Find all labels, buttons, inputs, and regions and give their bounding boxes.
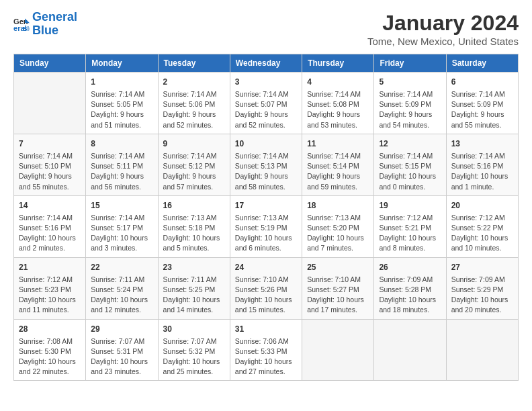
day-info: Sunrise: 7:14 AM Sunset: 5:13 PM Dayligh…: [235, 151, 297, 192]
header-thursday: Thursday: [302, 54, 374, 73]
day-number: 25: [307, 261, 369, 273]
logo-text-line2: Blue: [32, 24, 77, 38]
day-info: Sunrise: 7:11 AM Sunset: 5:25 PM Dayligh…: [163, 275, 225, 316]
calendar-week-row: 21Sunrise: 7:12 AM Sunset: 5:23 PM Dayli…: [14, 257, 519, 319]
calendar-cell: 3Sunrise: 7:14 AM Sunset: 5:07 PM Daylig…: [230, 73, 302, 134]
day-info: Sunrise: 7:14 AM Sunset: 5:10 PM Dayligh…: [19, 151, 81, 192]
day-number: 19: [379, 199, 441, 212]
day-info: Sunrise: 7:14 AM Sunset: 5:06 PM Dayligh…: [163, 89, 225, 130]
day-info: Sunrise: 7:11 AM Sunset: 5:24 PM Dayligh…: [91, 275, 152, 316]
calendar-subtitle: Tome, New Mexico, United States: [367, 36, 519, 47]
day-number: 1: [91, 76, 152, 88]
day-number: 22: [91, 261, 152, 273]
calendar-cell: 27Sunrise: 7:09 AM Sunset: 5:29 PM Dayli…: [446, 257, 518, 319]
header-monday: Monday: [86, 54, 158, 73]
calendar-cell: 18Sunrise: 7:13 AM Sunset: 5:20 PM Dayli…: [302, 195, 374, 257]
calendar-cell: 10Sunrise: 7:14 AM Sunset: 5:13 PM Dayli…: [230, 134, 302, 195]
header-tuesday: Tuesday: [158, 54, 230, 73]
calendar-cell: 14Sunrise: 7:14 AM Sunset: 5:16 PM Dayli…: [14, 195, 86, 257]
day-info: Sunrise: 7:12 AM Sunset: 5:23 PM Dayligh…: [19, 275, 81, 316]
day-number: 17: [235, 199, 297, 212]
calendar-cell: 30Sunrise: 7:07 AM Sunset: 5:32 PM Dayli…: [158, 319, 230, 381]
day-number: 6: [451, 76, 513, 88]
day-number: 11: [307, 138, 369, 150]
day-number: 27: [451, 261, 513, 273]
calendar-cell: 31Sunrise: 7:06 AM Sunset: 5:33 PM Dayli…: [230, 319, 302, 381]
day-number: 28: [19, 323, 81, 335]
day-info: Sunrise: 7:06 AM Sunset: 5:33 PM Dayligh…: [235, 336, 297, 377]
day-info: Sunrise: 7:14 AM Sunset: 5:11 PM Dayligh…: [91, 151, 152, 192]
day-info: Sunrise: 7:14 AM Sunset: 5:12 PM Dayligh…: [163, 151, 225, 192]
day-number: 29: [91, 323, 152, 335]
day-info: Sunrise: 7:14 AM Sunset: 5:17 PM Dayligh…: [91, 213, 152, 254]
day-number: 14: [19, 199, 81, 212]
day-number: 31: [235, 323, 297, 335]
logo-text-line1: General: [32, 11, 77, 24]
calendar-cell: 6Sunrise: 7:14 AM Sunset: 5:09 PM Daylig…: [446, 73, 518, 134]
calendar-cell: 21Sunrise: 7:12 AM Sunset: 5:23 PM Dayli…: [14, 257, 86, 319]
day-info: Sunrise: 7:14 AM Sunset: 5:05 PM Dayligh…: [91, 89, 152, 130]
day-number: 16: [163, 199, 225, 212]
day-info: Sunrise: 7:10 AM Sunset: 5:27 PM Dayligh…: [307, 275, 369, 316]
day-info: Sunrise: 7:13 AM Sunset: 5:18 PM Dayligh…: [163, 213, 225, 254]
logo-icon: Gen eral Blue: [13, 16, 30, 32]
day-number: 4: [307, 76, 369, 88]
day-number: 5: [379, 76, 441, 88]
day-info: Sunrise: 7:14 AM Sunset: 5:09 PM Dayligh…: [451, 89, 513, 130]
day-info: Sunrise: 7:14 AM Sunset: 5:07 PM Dayligh…: [235, 89, 297, 130]
calendar-cell: 23Sunrise: 7:11 AM Sunset: 5:25 PM Dayli…: [158, 257, 230, 319]
day-info: Sunrise: 7:08 AM Sunset: 5:30 PM Dayligh…: [19, 336, 81, 377]
calendar-cell: [302, 319, 374, 381]
day-number: 13: [451, 138, 513, 150]
calendar-cell: 25Sunrise: 7:10 AM Sunset: 5:27 PM Dayli…: [302, 257, 374, 319]
day-info: Sunrise: 7:13 AM Sunset: 5:19 PM Dayligh…: [235, 213, 297, 254]
calendar-cell: 13Sunrise: 7:14 AM Sunset: 5:16 PM Dayli…: [446, 134, 518, 195]
calendar-cell: 22Sunrise: 7:11 AM Sunset: 5:24 PM Dayli…: [86, 257, 158, 319]
svg-text:Blue: Blue: [23, 25, 30, 32]
day-number: 18: [307, 199, 369, 212]
day-info: Sunrise: 7:14 AM Sunset: 5:16 PM Dayligh…: [451, 151, 513, 192]
day-number: 15: [91, 199, 152, 212]
day-number: 20: [451, 199, 513, 212]
calendar-cell: 17Sunrise: 7:13 AM Sunset: 5:19 PM Dayli…: [230, 195, 302, 257]
calendar-cell: 5Sunrise: 7:14 AM Sunset: 5:09 PM Daylig…: [374, 73, 446, 134]
day-number: 21: [19, 261, 81, 273]
calendar-cell: 16Sunrise: 7:13 AM Sunset: 5:18 PM Dayli…: [158, 195, 230, 257]
calendar-week-row: 14Sunrise: 7:14 AM Sunset: 5:16 PM Dayli…: [14, 195, 519, 257]
day-info: Sunrise: 7:14 AM Sunset: 5:14 PM Dayligh…: [307, 151, 369, 192]
day-number: 9: [163, 138, 225, 150]
page-header: Gen eral Blue General Blue January 2024 …: [13, 11, 519, 47]
day-info: Sunrise: 7:12 AM Sunset: 5:22 PM Dayligh…: [451, 213, 513, 254]
calendar-cell: 8Sunrise: 7:14 AM Sunset: 5:11 PM Daylig…: [86, 134, 158, 195]
header-friday: Friday: [374, 54, 446, 73]
calendar-cell: 1Sunrise: 7:14 AM Sunset: 5:05 PM Daylig…: [86, 73, 158, 134]
header-sunday: Sunday: [14, 54, 86, 73]
calendar-cell: 15Sunrise: 7:14 AM Sunset: 5:17 PM Dayli…: [86, 195, 158, 257]
calendar-week-row: 28Sunrise: 7:08 AM Sunset: 5:30 PM Dayli…: [14, 319, 519, 381]
header-wednesday: Wednesday: [230, 54, 302, 73]
logo: Gen eral Blue General Blue: [13, 11, 77, 38]
day-info: Sunrise: 7:13 AM Sunset: 5:20 PM Dayligh…: [307, 213, 369, 254]
calendar-header-row: SundayMondayTuesdayWednesdayThursdayFrid…: [14, 54, 519, 73]
day-number: 30: [163, 323, 225, 335]
calendar-cell: 26Sunrise: 7:09 AM Sunset: 5:28 PM Dayli…: [374, 257, 446, 319]
calendar-cell: [446, 319, 518, 381]
calendar-cell: 9Sunrise: 7:14 AM Sunset: 5:12 PM Daylig…: [158, 134, 230, 195]
day-info: Sunrise: 7:09 AM Sunset: 5:29 PM Dayligh…: [451, 275, 513, 316]
calendar-week-row: 1Sunrise: 7:14 AM Sunset: 5:05 PM Daylig…: [14, 73, 519, 134]
day-info: Sunrise: 7:10 AM Sunset: 5:26 PM Dayligh…: [235, 275, 297, 316]
day-info: Sunrise: 7:14 AM Sunset: 5:15 PM Dayligh…: [379, 151, 441, 192]
calendar-cell: 29Sunrise: 7:07 AM Sunset: 5:31 PM Dayli…: [86, 319, 158, 381]
header-saturday: Saturday: [446, 54, 518, 73]
calendar-table: SundayMondayTuesdayWednesdayThursdayFrid…: [13, 54, 519, 381]
day-number: 10: [235, 138, 297, 150]
calendar-cell: 12Sunrise: 7:14 AM Sunset: 5:15 PM Dayli…: [374, 134, 446, 195]
calendar-cell: [14, 73, 86, 134]
calendar-cell: 28Sunrise: 7:08 AM Sunset: 5:30 PM Dayli…: [14, 319, 86, 381]
calendar-cell: 20Sunrise: 7:12 AM Sunset: 5:22 PM Dayli…: [446, 195, 518, 257]
day-number: 2: [163, 76, 225, 88]
day-info: Sunrise: 7:09 AM Sunset: 5:28 PM Dayligh…: [379, 275, 441, 316]
calendar-cell: 4Sunrise: 7:14 AM Sunset: 5:08 PM Daylig…: [302, 73, 374, 134]
day-info: Sunrise: 7:12 AM Sunset: 5:21 PM Dayligh…: [379, 213, 441, 254]
day-number: 23: [163, 261, 225, 273]
